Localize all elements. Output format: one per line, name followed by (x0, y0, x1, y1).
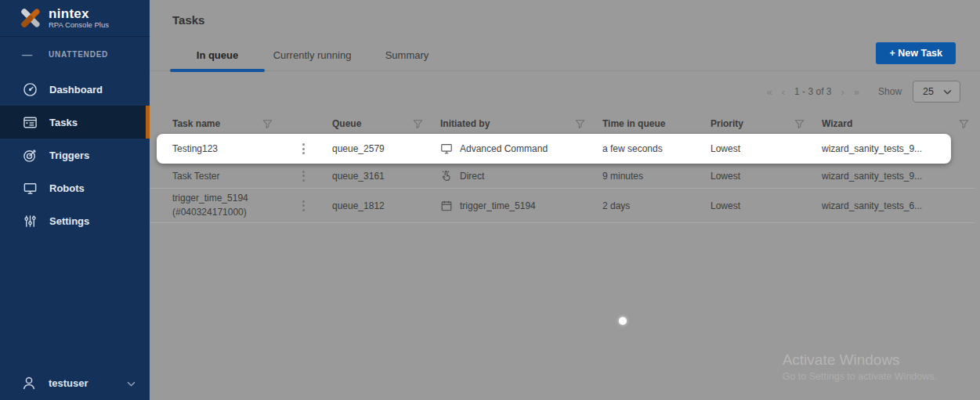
activate-windows-watermark: Activate Windows Go to Settings to activ… (783, 351, 937, 382)
gauge-icon (22, 81, 38, 97)
nintex-x-logo-icon (20, 8, 41, 28)
user-icon (20, 374, 38, 391)
collapse-dash-icon: — (22, 49, 49, 60)
cell-task-name: Task Tester (172, 171, 290, 182)
show-label: Show (878, 86, 902, 97)
sidebar-item-settings[interactable]: Settings (0, 204, 150, 237)
cell-queue: queue_1812 (332, 200, 440, 211)
sidebar-item-label: Triggers (49, 150, 89, 161)
user-menu[interactable]: testuser (0, 366, 150, 400)
filter-icon[interactable] (262, 119, 273, 129)
brand-name: nintex (49, 7, 109, 21)
column-header-task-name[interactable]: Task name (172, 118, 290, 129)
pagination-last-button[interactable]: » (849, 86, 864, 98)
pagination-first-button[interactable]: « (762, 86, 777, 98)
pagination-prev-button[interactable]: ‹ (777, 86, 790, 98)
cell-initiated-by: trigger_time_5194 (440, 200, 602, 212)
row-menu-button[interactable] (290, 143, 332, 154)
cell-time-in-queue: 9 minutes (602, 171, 711, 182)
chevron-down-icon (127, 376, 136, 390)
brand-logo-block[interactable]: nintex RPA Console Plus (0, 0, 150, 37)
table-row[interactable]: Task Tester queue_3161 Direct 9 minutes … (150, 164, 975, 189)
tab-in-queue[interactable]: In queue (170, 39, 265, 70)
cell-time-in-queue: a few seconds (602, 143, 711, 154)
cell-priority: Lowest (711, 200, 822, 211)
table-header: Task name Queue Initiated by Time in que… (150, 114, 975, 134)
chevron-down-icon (943, 89, 952, 95)
tap-hand-icon (440, 170, 453, 182)
main-content: Tasks In queue Currently running Summary… (150, 0, 980, 400)
sidebar: nintex RPA Console Plus — UNATTENDED Das… (0, 0, 150, 400)
new-task-button[interactable]: + New Task (876, 42, 956, 64)
sidebar-item-label: Settings (49, 215, 89, 227)
filter-icon[interactable] (575, 119, 585, 129)
cell-task-name: trigger_time_5194 (#040324171000) (172, 192, 290, 219)
page-size-value: 25 (923, 86, 934, 97)
column-header-wizard[interactable]: Wizard (822, 118, 975, 129)
filter-icon[interactable] (794, 119, 805, 129)
column-header-time-in-queue[interactable]: Time in queue (602, 118, 711, 129)
sidebar-item-tasks[interactable]: Tasks (0, 106, 150, 139)
pagination-range: 1 - 3 of 3 (790, 86, 836, 97)
cell-time-in-queue: 2 days (602, 200, 711, 211)
cell-priority: Lowest (711, 171, 822, 182)
sidebar-item-triggers[interactable]: Triggers (0, 139, 150, 171)
sidebar-item-robots[interactable]: Robots (0, 171, 150, 204)
filter-icon[interactable] (413, 119, 423, 129)
pagination: « ‹ 1 - 3 of 3 › » Show 25 (762, 81, 960, 103)
sidebar-nav: Dashboard Tasks Triggers Robots Settings (0, 73, 150, 237)
cell-initiated-by: Direct (440, 170, 602, 182)
cell-wizard: wizard_sanity_tests_6... (822, 200, 975, 211)
sidebar-item-label: Tasks (49, 117, 78, 128)
cell-initiated-by: Advanced Command (440, 142, 602, 155)
sliders-icon (22, 213, 38, 229)
sidebar-item-dashboard[interactable]: Dashboard (0, 73, 150, 106)
column-header-initiated-by[interactable]: Initiated by (440, 118, 602, 129)
tasks-window-icon (22, 114, 38, 130)
row-menu-button[interactable] (290, 200, 332, 211)
monitor-icon (22, 180, 38, 196)
monitor-icon (440, 142, 453, 155)
user-name: testuser (49, 377, 127, 389)
tour-beacon-dot[interactable] (619, 317, 627, 325)
filter-icon[interactable] (959, 119, 969, 129)
cell-queue: queue_2579 (332, 143, 440, 154)
column-header-queue[interactable]: Queue (332, 118, 440, 129)
pagination-next-button[interactable]: › (836, 86, 848, 98)
sidebar-item-label: Robots (49, 182, 85, 194)
row-menu-button[interactable] (290, 171, 332, 182)
table-row[interactable]: Testing123 queue_2579 Advanced Command a… (157, 134, 951, 164)
cell-task-name: Testing123 (172, 143, 290, 154)
target-dart-icon (22, 147, 38, 163)
page-size-select[interactable]: 25 (913, 81, 960, 103)
cell-wizard: wizard_sanity_tests_9... (822, 143, 951, 154)
brand-subtitle: RPA Console Plus (49, 21, 109, 29)
tab-currently-running[interactable]: Currently running (265, 39, 360, 70)
sidebar-section-unattended[interactable]: — UNATTENDED (0, 37, 150, 71)
cell-priority: Lowest (711, 143, 822, 154)
table-row[interactable]: trigger_time_5194 (#040324171000) queue_… (150, 189, 975, 223)
calendar-icon (440, 200, 453, 212)
column-header-priority[interactable]: Priority (711, 118, 822, 129)
tab-bar: In queue Currently running Summary (150, 39, 980, 71)
sidebar-item-label: Dashboard (49, 84, 103, 95)
page-title: Tasks (172, 13, 204, 27)
cell-wizard: wizard_sanity_tests_9... (822, 171, 975, 182)
section-label: UNATTENDED (49, 50, 108, 59)
cell-queue: queue_3161 (332, 171, 440, 182)
tab-summary[interactable]: Summary (360, 39, 454, 70)
